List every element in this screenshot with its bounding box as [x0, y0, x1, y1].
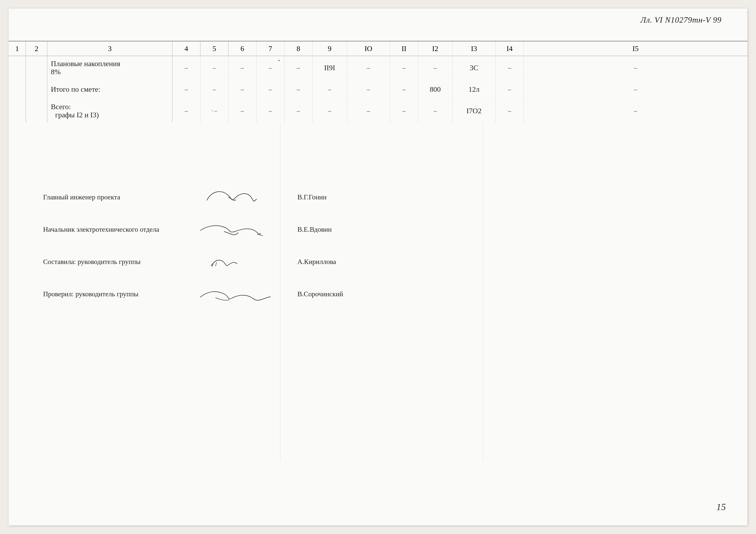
row1-col11: – [390, 56, 418, 80]
sig-row-2: Начальник электротехнического отдела В.Е… [43, 220, 726, 239]
col-header-10: IO [347, 41, 390, 56]
col-header-4: 4 [173, 41, 201, 56]
row3-col9: – [312, 99, 347, 123]
col-header-1: 1 [9, 41, 26, 56]
row1-col6: – [229, 56, 256, 80]
row2-col13: 12л [452, 80, 496, 99]
col-header-3: 3 [47, 41, 173, 56]
row3-col8: – [284, 99, 312, 123]
sig-image-1 [194, 187, 280, 207]
row3-col7: – [256, 99, 284, 123]
sig-label-1: Главный инженер проекта [43, 193, 194, 201]
col-header-6: 6 [229, 41, 256, 56]
row-total-estimate: Итого по смете: – – – – – – – – 800 12л … [9, 80, 747, 99]
col-header-13: I3 [452, 41, 496, 56]
sig-label-4: Проверил: руководитель группы [43, 290, 194, 298]
row2-col8: – [284, 80, 312, 99]
sig-name-3: А.Кириллова [297, 258, 336, 266]
col-header-14: I4 [496, 41, 524, 56]
col-header-8: 8 [284, 41, 312, 56]
column-headers-row: 1 2 3 4 5 6 7 8 9 IO II I2 I3 I4 I5 [9, 41, 747, 56]
row1-col12: – [418, 56, 452, 80]
col-header-7: 7 [256, 41, 284, 56]
sig-name-1: В.Г.Гонин [297, 193, 327, 201]
row3-col4: – [173, 99, 201, 123]
row2-col5: – [201, 80, 229, 99]
row1-col7: – • [256, 56, 284, 80]
row1-col14: – [496, 56, 524, 80]
row3-col11: – [390, 99, 418, 123]
row2-col10: – [347, 80, 390, 99]
row3-col10: – [347, 99, 390, 123]
row-total-all: Всего: графы I2 и I3) – · – – – – – – – … [9, 99, 747, 123]
row2-col4: – [173, 80, 201, 99]
row2-col14: – [496, 80, 524, 99]
row3-col5: · – [201, 99, 229, 123]
row1-col10: – [347, 56, 390, 80]
row3-col13: I7O2 [452, 99, 496, 123]
row2-col6: – [229, 80, 256, 99]
sig-row-1: Главный инженер проекта В.Г.Гонин [43, 187, 726, 207]
row1-label: Плановые накопления 8% [47, 56, 173, 80]
sig-image-2 [194, 220, 280, 239]
row3-col12: – [418, 99, 452, 123]
row3-col6: – [229, 99, 256, 123]
row3-col14: – [496, 99, 524, 123]
sig-image-3 [194, 252, 280, 271]
row1-col15: – [524, 56, 747, 80]
col-header-9: 9 [312, 41, 347, 56]
sig-row-3: Составила: руководитель группы А.Кирилло… [43, 252, 726, 271]
sig-row-4: Проверил: руководитель группы В.Сорочинс… [43, 284, 726, 304]
row1-col8: – [284, 56, 312, 80]
row2-col9: – [312, 80, 347, 99]
col-header-2: 2 [26, 41, 47, 56]
row-planned-savings: Плановые накопления 8% – – – – • – II9I … [9, 56, 747, 80]
row2-label: Итого по смете: [47, 80, 173, 99]
col-header-15: I5 [524, 41, 747, 56]
row1-col5: – [201, 56, 229, 80]
row2-col15: – [524, 80, 747, 99]
sig-label-3: Составила: руководитель группы [43, 258, 194, 266]
sig-name-4: В.Сорочинский [297, 290, 343, 298]
row2-col7: – [256, 80, 284, 99]
row2-col11: – [390, 80, 418, 99]
sig-name-2: В.Е.Вдовин [297, 225, 332, 233]
col-header-11: II [390, 41, 418, 56]
row1-col4: – [173, 56, 201, 80]
stamp-text: Лл. VI N10279тн-V 99 [640, 15, 721, 24]
document-page: Лл. VI N10279тн-V 99 1 2 3 4 5 6 7 8 9 I… [9, 9, 747, 525]
document-stamp: Лл. VI N10279тн-V 99 [640, 15, 721, 25]
row3-col15: – [524, 99, 747, 123]
row1-col13: 3C [452, 56, 496, 80]
col-header-12: I2 [418, 41, 452, 56]
page-number: 15 [716, 501, 726, 513]
row1-col9: II9I [312, 56, 347, 80]
row2-col12: 800 [418, 80, 452, 99]
sig-image-4 [194, 284, 280, 304]
row3-label: Всего: графы I2 и I3) [47, 99, 173, 123]
signatures-section: Главный инженер проекта В.Г.Гонин Началь… [43, 187, 726, 317]
col-header-5: 5 [201, 41, 229, 56]
sig-label-2: Начальник электротехнического отдела [43, 225, 194, 233]
